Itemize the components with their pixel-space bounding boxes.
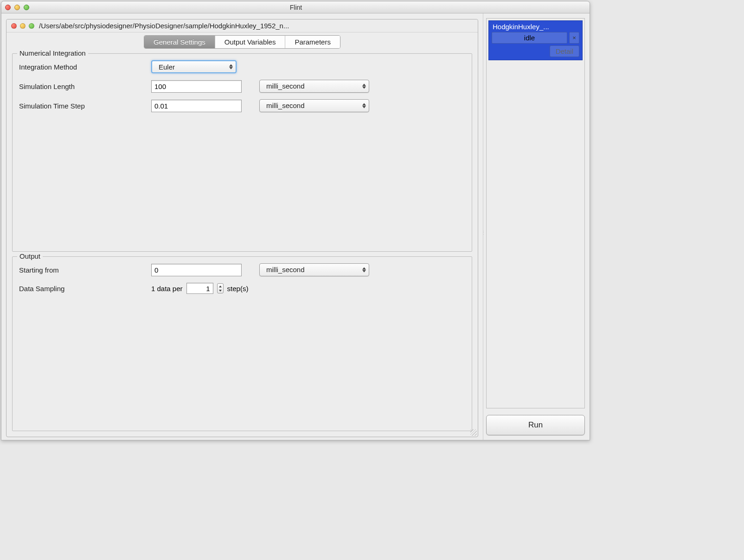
traffic-lights (5, 5, 29, 10)
resize-grip-icon[interactable] (470, 429, 477, 436)
numerical-integration-legend: Numerical Integration (17, 49, 88, 57)
tab-bar: General Settings Output Variables Parame… (144, 35, 340, 49)
simulation-length-input[interactable] (151, 80, 242, 93)
starting-from-input[interactable] (151, 264, 242, 276)
data-sampling-suffix: step(s) (227, 285, 249, 293)
numerical-integration-group: Numerical Integration Integration Method… (12, 53, 472, 252)
simulation-name: HodgkinHuxley_... (492, 23, 579, 32)
simulation-length-label: Simulation Length (19, 83, 151, 90)
main-area: /Users/abe/src/physiodesigner/PhysioDesi… (1, 13, 590, 440)
tab-general-settings[interactable]: General Settings (144, 36, 215, 48)
integration-method-select[interactable]: Euler (151, 60, 237, 73)
minimize-icon[interactable] (20, 23, 26, 29)
close-icon[interactable] (11, 23, 17, 29)
titlebar[interactable]: Flint (1, 1, 590, 13)
inner-traffic-lights (11, 23, 34, 29)
simulations-panel: HodgkinHuxley_... idle × Detail (486, 18, 585, 408)
zoom-icon[interactable] (24, 5, 29, 10)
simulation-time-step-unit-select[interactable]: milli_second (259, 99, 369, 112)
simulation-length-row: Simulation Length milli_second (19, 80, 465, 93)
close-icon[interactable] (5, 5, 11, 10)
simulation-status: idle (492, 32, 567, 44)
close-icon: × (572, 34, 576, 41)
simulation-length-unit-select[interactable]: milli_second (259, 80, 369, 93)
data-sampling-prefix: 1 data per (151, 285, 183, 293)
updown-icon (362, 103, 366, 108)
simulation-item[interactable]: HodgkinHuxley_... idle × Detail (488, 20, 583, 60)
zoom-icon[interactable] (29, 23, 34, 29)
updown-icon (229, 64, 233, 70)
side-column: HodgkinHuxley_... idle × Detail Run (483, 13, 590, 440)
starting-from-unit-select[interactable]: milli_second (259, 263, 369, 276)
minimize-icon[interactable] (14, 5, 20, 10)
starting-from-label: Starting from (19, 266, 151, 274)
tabs-row: General Settings Output Variables Parame… (6, 32, 478, 49)
simulation-time-step-input[interactable] (151, 100, 242, 112)
run-button[interactable]: Run (486, 415, 585, 435)
document-path: /Users/abe/src/physiodesigner/PhysioDesi… (39, 22, 473, 30)
chevron-down-icon[interactable] (218, 288, 223, 293)
app-title: Flint (29, 4, 563, 11)
document-titlebar[interactable]: /Users/abe/src/physiodesigner/PhysioDesi… (6, 19, 478, 32)
chevron-up-icon[interactable] (218, 284, 223, 288)
simulation-detail-button[interactable]: Detail (550, 45, 579, 57)
app-window: Flint /Users/abe/src/physiodesigner/Phys… (1, 1, 590, 440)
splitter-handle[interactable] (481, 227, 485, 238)
content-column: /Users/abe/src/physiodesigner/PhysioDesi… (1, 13, 483, 440)
output-legend: Output (17, 252, 43, 260)
data-sampling-label: Data Sampling (19, 285, 151, 293)
simulation-time-step-row: Simulation Time Step milli_second (19, 99, 465, 112)
integration-method-label: Integration Method (19, 63, 151, 71)
simulation-time-step-unit-value: milli_second (260, 100, 369, 112)
data-sampling-input[interactable] (186, 283, 213, 294)
starting-from-unit-value: milli_second (260, 264, 369, 276)
output-group: Output Starting from milli_second Data (12, 256, 472, 431)
integration-method-row: Integration Method Euler (19, 60, 465, 73)
tab-panel-body: Numerical Integration Integration Method… (6, 49, 478, 437)
data-sampling-row: Data Sampling 1 data per step(s) (19, 283, 465, 294)
updown-icon (362, 267, 366, 273)
tab-parameters[interactable]: Parameters (285, 36, 340, 48)
data-sampling-stepper[interactable] (217, 283, 224, 293)
starting-from-row: Starting from milli_second (19, 263, 465, 276)
simulation-length-unit-value: milli_second (260, 80, 369, 92)
updown-icon (362, 84, 366, 89)
simulation-close-button[interactable]: × (569, 32, 579, 44)
integration-method-value: Euler (152, 61, 236, 73)
simulation-time-step-label: Simulation Time Step (19, 102, 151, 110)
document-window: /Users/abe/src/physiodesigner/PhysioDesi… (6, 19, 478, 437)
tab-output-variables[interactable]: Output Variables (215, 36, 286, 48)
